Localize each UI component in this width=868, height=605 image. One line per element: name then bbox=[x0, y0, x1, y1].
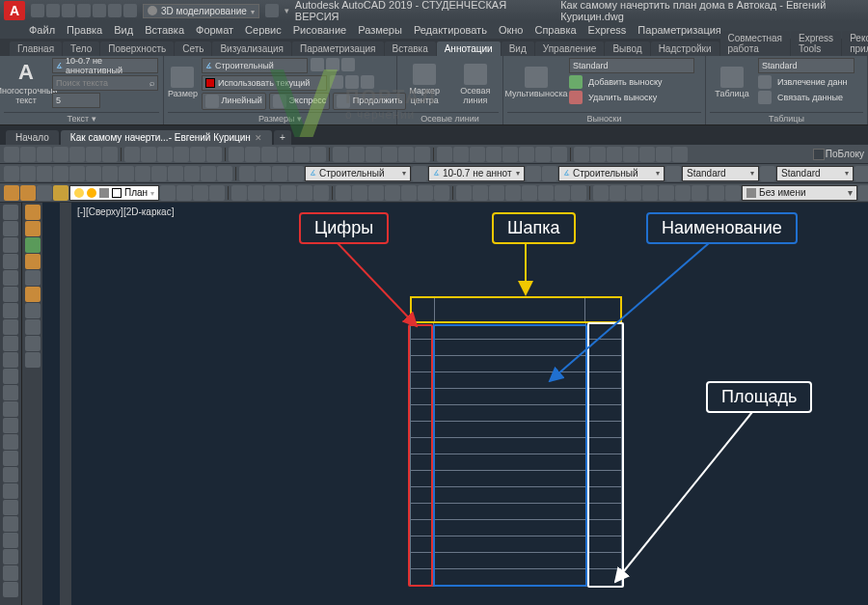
draw-tool-icon[interactable] bbox=[3, 270, 18, 286]
toolbar-icon[interactable] bbox=[313, 185, 329, 201]
modify-tool-icon[interactable] bbox=[25, 237, 41, 253]
toolbar-icon[interactable] bbox=[174, 147, 189, 162]
text-height-input[interactable]: 5 bbox=[52, 93, 100, 108]
draw-tool-icon[interactable] bbox=[3, 582, 18, 597]
ribbon-tab[interactable]: Рекомендованные приложения bbox=[842, 31, 868, 56]
draw-tool-icon[interactable] bbox=[3, 533, 18, 548]
dimension-button[interactable]: Размер bbox=[168, 58, 198, 108]
text-style-dropdown[interactable]: ∡10-0.7 не аннотативный bbox=[52, 58, 158, 73]
draw-tool-icon[interactable] bbox=[3, 385, 18, 400]
draw-tool-icon[interactable] bbox=[3, 237, 18, 253]
group-icon[interactable] bbox=[858, 185, 868, 201]
ribbon-tab[interactable]: Express Tools bbox=[791, 31, 841, 56]
toolbar-icon[interactable] bbox=[206, 147, 222, 162]
toolbar-icon[interactable] bbox=[552, 147, 567, 162]
qat-undo-icon[interactable] bbox=[108, 4, 122, 17]
draw-tool-icon[interactable] bbox=[20, 166, 36, 181]
modify-tool-icon[interactable] bbox=[25, 254, 41, 269]
toolbar-icon[interactable] bbox=[382, 147, 397, 162]
ribbon-tab[interactable]: Вставка bbox=[385, 41, 436, 56]
toolbar-icon[interactable] bbox=[20, 147, 36, 162]
modify-tool-icon[interactable] bbox=[25, 205, 41, 220]
toolbar-icon[interactable] bbox=[4, 147, 19, 162]
dim-icon[interactable] bbox=[665, 166, 681, 181]
table-button[interactable]: Таблица bbox=[710, 58, 754, 108]
draw-tool-icon[interactable] bbox=[3, 483, 18, 499]
draw-tool-icon[interactable] bbox=[4, 166, 19, 181]
menu-item[interactable]: Вид bbox=[114, 24, 133, 36]
toolbar-icon[interactable] bbox=[672, 147, 688, 162]
toolbar-icon[interactable] bbox=[590, 147, 606, 162]
modify-tool-icon[interactable] bbox=[25, 303, 41, 318]
app-menu-button[interactable]: A bbox=[4, 1, 25, 20]
toolbar-icon[interactable] bbox=[555, 185, 570, 201]
toolbar-icon[interactable] bbox=[336, 185, 351, 201]
toolbar-icon[interactable] bbox=[368, 185, 384, 201]
toolbar-icon[interactable] bbox=[398, 147, 414, 162]
text-search-input[interactable]: Поиск текста⌕ bbox=[52, 75, 158, 91]
draw-tool-icon[interactable] bbox=[184, 166, 200, 181]
menu-item[interactable]: Рисование bbox=[293, 24, 346, 36]
toolbar-icon[interactable] bbox=[434, 185, 449, 201]
draw-tool-icon[interactable] bbox=[3, 549, 18, 564]
dim-icon[interactable] bbox=[526, 166, 541, 181]
modify-tool-icon[interactable] bbox=[288, 166, 304, 181]
draw-tool-icon[interactable] bbox=[201, 166, 216, 181]
toolbar-icon[interactable] bbox=[692, 185, 707, 201]
remove-leader-button[interactable]: Удалить выноску bbox=[585, 92, 660, 103]
dim-tool-icon[interactable] bbox=[341, 58, 355, 71]
modify-tool-icon[interactable] bbox=[256, 166, 271, 181]
mleader-button[interactable]: Мультивыноска bbox=[507, 58, 565, 108]
draw-tool-icon[interactable] bbox=[3, 319, 18, 335]
draw-tool-icon[interactable] bbox=[151, 166, 167, 181]
group-icon[interactable] bbox=[725, 185, 741, 201]
panel-title[interactable]: Выноски bbox=[507, 112, 701, 124]
toolbar-icon[interactable] bbox=[190, 147, 205, 162]
toolbar-icon[interactable] bbox=[229, 147, 244, 162]
draw-tool-icon[interactable] bbox=[3, 352, 18, 368]
draw-tool-icon[interactable] bbox=[3, 336, 18, 351]
toolbar-icon[interactable] bbox=[502, 147, 518, 162]
menu-item[interactable]: Сервис bbox=[245, 24, 282, 36]
draw-tool-icon[interactable] bbox=[217, 166, 232, 181]
qat-redo-icon[interactable] bbox=[123, 4, 137, 17]
table-style-dropdown[interactable]: Standard bbox=[758, 58, 854, 73]
dim-icon[interactable] bbox=[412, 166, 427, 181]
modify-tool-icon[interactable] bbox=[25, 352, 41, 368]
link-data-button[interactable]: Связать данные bbox=[774, 92, 846, 103]
menu-item[interactable]: Редактировать bbox=[414, 24, 487, 36]
draw-tool-icon[interactable] bbox=[3, 287, 18, 302]
draw-tool-icon[interactable] bbox=[3, 565, 18, 581]
qat-save-icon[interactable] bbox=[62, 4, 75, 17]
menu-item[interactable]: Вставка bbox=[145, 24, 184, 36]
draw-tool-icon[interactable] bbox=[86, 166, 101, 181]
modify-tool-icon[interactable] bbox=[25, 319, 41, 335]
toolbar-icon[interactable] bbox=[366, 147, 381, 162]
panel-title[interactable]: Текст ▾ bbox=[4, 112, 159, 124]
toolbar-icon[interactable] bbox=[294, 147, 310, 162]
panel-title[interactable]: Размеры ▾ bbox=[168, 112, 393, 124]
toolbar-icon[interactable] bbox=[261, 147, 277, 162]
toolbar-icon[interactable] bbox=[157, 147, 173, 162]
toolbar-icon[interactable] bbox=[675, 185, 691, 201]
layer-tool-icon[interactable] bbox=[209, 185, 225, 201]
menu-item[interactable]: Параметризация bbox=[637, 24, 720, 36]
viewport-label[interactable]: [-][Сверху][2D-каркас] bbox=[77, 206, 174, 217]
toolbar-icon[interactable] bbox=[505, 185, 521, 201]
ribbon-tab[interactable]: Вид bbox=[502, 41, 534, 56]
dim-style-dropdown[interactable]: ∡Строительный bbox=[202, 58, 308, 73]
layer-tool-icon[interactable] bbox=[193, 185, 208, 201]
draw-tool-icon[interactable] bbox=[3, 369, 18, 384]
toolbar-icon[interactable] bbox=[37, 147, 52, 162]
toolbar-icon[interactable] bbox=[124, 147, 140, 162]
menu-item[interactable]: Express bbox=[588, 24, 627, 36]
draw-tool-icon[interactable] bbox=[102, 166, 118, 181]
dim-layer-dropdown[interactable]: Использовать текущий bbox=[202, 75, 327, 91]
draw-tool-icon[interactable] bbox=[135, 166, 150, 181]
draw-tool-icon[interactable] bbox=[3, 451, 18, 466]
dim-tool-icon[interactable] bbox=[311, 58, 324, 71]
layer-freeze-icon[interactable] bbox=[37, 185, 52, 201]
toolbar-icon[interactable] bbox=[626, 185, 641, 201]
toolbar-icon[interactable] bbox=[264, 185, 280, 201]
dim-icon[interactable] bbox=[854, 166, 868, 181]
